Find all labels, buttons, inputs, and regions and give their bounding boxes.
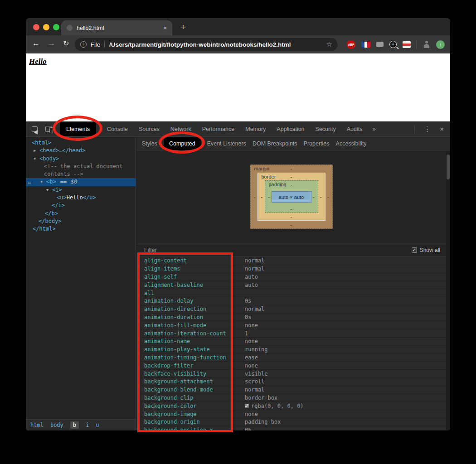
tab-close-icon[interactable]: × [163, 24, 167, 31]
breadcrumb-i[interactable]: i [86, 422, 89, 428]
dom-comment-line2[interactable]: contents --> [26, 170, 136, 178]
update-chrome-icon[interactable]: ↑ [436, 40, 445, 49]
padding-top-value[interactable]: - [291, 182, 292, 187]
tab-properties[interactable]: Properties [304, 140, 330, 147]
breadcrumb-b-selected[interactable]: b [70, 421, 79, 429]
margin-right-value[interactable]: - [327, 194, 329, 199]
new-tab-button[interactable]: + [177, 22, 189, 34]
property-row[interactable]: backdrop-filternone [136, 362, 446, 370]
kebab-menu-icon[interactable]: ⋮ [424, 125, 431, 133]
property-row[interactable]: animation-fill-modenone [136, 321, 446, 329]
border-bottom-value[interactable]: - [291, 214, 292, 219]
padding-left-value[interactable]: - [268, 194, 270, 199]
tab-memory[interactable]: Memory [245, 125, 266, 133]
border-right-value[interactable]: - [320, 194, 322, 199]
box-model-content[interactable]: auto × auto [272, 191, 311, 203]
dom-node-u[interactable]: <u>Hello</u> [26, 194, 136, 202]
address-bar[interactable]: i File /Users/tparment/git/flotpython-we… [75, 38, 338, 51]
property-row[interactable]: all [136, 289, 446, 297]
property-row[interactable]: alignment-baselineauto [136, 281, 446, 289]
tab-accessibility[interactable]: Accessibility [336, 140, 367, 147]
dom-node-i[interactable]: ▼<i> [26, 186, 136, 194]
property-row[interactable]: animation-duration0s [136, 314, 446, 322]
property-row[interactable]: animation-namenone [136, 338, 446, 346]
box-model-padding[interactable]: padding - - - - auto × auto [265, 180, 318, 213]
page-info-icon[interactable]: i [80, 41, 87, 48]
breadcrumb-u[interactable]: u [96, 422, 99, 428]
tab-security[interactable]: Security [316, 125, 336, 133]
property-row[interactable]: backface-visibilityvisible [136, 370, 446, 378]
back-button[interactable]: ← [32, 39, 40, 48]
property-row[interactable]: background-imagenone [136, 410, 446, 418]
collapse-arrow-icon[interactable]: ▼ [40, 178, 46, 186]
dom-node-html[interactable]: <html> [26, 139, 136, 147]
reload-button[interactable]: ↻ [63, 39, 69, 48]
box-model-margin[interactable]: margin - - - - border - - - - padding [250, 164, 333, 229]
french-flag-icon[interactable] [361, 42, 370, 48]
dom-node-html-close[interactable]: </html> [26, 225, 136, 233]
speech-bubble-icon[interactable] [376, 42, 384, 47]
box-model-border[interactable]: border - - - - padding - - - - au [257, 173, 325, 221]
show-all-checkbox[interactable]: ✓ [412, 247, 417, 253]
minimize-window-button[interactable] [43, 24, 49, 30]
devtools-close-icon[interactable]: × [440, 125, 444, 133]
dom-node-b-close[interactable]: </b> [26, 210, 136, 218]
margin-left-value[interactable]: - [254, 194, 256, 199]
dom-node-body[interactable]: ▼<body> [26, 155, 136, 163]
bookmark-star-icon[interactable]: ☆ [326, 40, 332, 48]
tab-sources[interactable]: Sources [139, 125, 160, 133]
tab-network[interactable]: Network [170, 125, 191, 133]
extension-badge-icon[interactable] [403, 41, 411, 48]
browser-tab[interactable]: hello2.html × [61, 20, 172, 35]
tab-audits[interactable]: Audits [347, 125, 363, 133]
property-row[interactable]: background-originpadding-box [136, 418, 446, 426]
tab-console[interactable]: Console [107, 125, 128, 133]
tab-styles[interactable]: Styles [142, 140, 157, 147]
collapse-arrow-icon[interactable]: ▼ [34, 155, 39, 163]
property-row[interactable]: animation-play-staterunning [136, 346, 446, 354]
breadcrumb-html[interactable]: html [30, 422, 44, 428]
scrollbar[interactable] [446, 151, 450, 430]
more-tabs-chevron-icon[interactable]: » [372, 126, 375, 132]
show-all-control[interactable]: ✓ Show all [412, 247, 440, 253]
forward-button[interactable]: → [48, 39, 55, 48]
property-row[interactable]: background-blend-modenormal [136, 386, 446, 394]
padding-bottom-value[interactable]: - [291, 206, 292, 212]
color-swatch-icon[interactable] [245, 404, 249, 408]
dom-node-head[interactable]: ▶<head>…</head> [26, 147, 136, 155]
url-text[interactable]: /Users/tparment/git/flotpython-webintro/… [109, 41, 291, 48]
property-row[interactable]: background-clipborder-box [136, 394, 446, 402]
property-row[interactable]: animation-timing-functionease [136, 354, 446, 362]
dom-node-i-close[interactable]: </i> [26, 202, 136, 209]
zoom-plus-icon[interactable]: + [389, 41, 397, 48]
padding-right-value[interactable]: - [313, 194, 315, 199]
property-row[interactable]: background-colorrgba(0, 0, 0, 0) [136, 402, 446, 410]
tab-application[interactable]: Application [277, 125, 304, 133]
filter-input[interactable] [144, 247, 280, 253]
property-row[interactable]: background-attachmentscroll [136, 378, 446, 386]
inspect-element-icon[interactable] [32, 126, 38, 132]
tab-event-listeners[interactable]: Event Listeners [207, 140, 246, 147]
border-left-value[interactable]: - [261, 194, 263, 199]
tab-elements[interactable]: Elements [60, 122, 96, 136]
property-row[interactable]: align-contentnormal [136, 257, 446, 265]
zoom-window-button[interactable] [53, 24, 59, 30]
dom-comment-line1[interactable]: <!-- the actual document [26, 163, 136, 170]
scrollbar-thumb[interactable] [447, 155, 450, 179]
expand-arrow-icon[interactable]: ▶ [34, 147, 39, 155]
property-row[interactable]: animation-iteration-count1 [136, 329, 446, 338]
dom-node-b-selected[interactable]: …▼<b>==$0 [26, 178, 136, 186]
border-top-value[interactable]: - [291, 174, 292, 179]
dom-node-body-close[interactable]: </body> [26, 218, 136, 225]
margin-bottom-value[interactable]: - [291, 222, 292, 227]
tab-dom-breakpoints[interactable]: DOM Breakpoints [253, 140, 297, 147]
margin-top-value[interactable]: - [291, 166, 292, 171]
collapse-arrow-icon[interactable]: ▼ [46, 186, 52, 194]
device-toolbar-icon[interactable] [45, 126, 52, 132]
profile-person-icon[interactable] [423, 41, 430, 48]
property-row[interactable]: animation-delay0s [136, 297, 446, 305]
adblock-plus-icon[interactable]: ABP [347, 40, 355, 49]
property-row[interactable]: align-selfauto [136, 273, 446, 281]
tab-computed[interactable]: Computed [164, 137, 201, 150]
property-row[interactable]: background-position-x0% [136, 426, 446, 430]
